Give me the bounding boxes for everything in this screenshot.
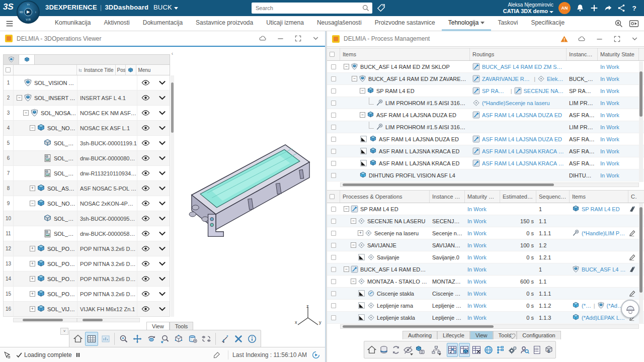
eye-swap-button[interactable]	[200, 332, 213, 346]
collapse-node-icon[interactable]: −	[30, 125, 35, 131]
table-row[interactable]: ASF RAM L LAJSNA KRACA EDASF RAM L4 LAJS…	[327, 157, 644, 169]
select-all-checkbox[interactable]	[330, 52, 335, 57]
table-row[interactable]: 4−SOL_NOSAC EKNOSAC EK ASF L.1	[4, 121, 170, 136]
grid-cube-button[interactable]	[459, 343, 470, 357]
routing-link[interactable]: SECENJE NA LAS...	[524, 88, 564, 94]
visibility-eye-icon[interactable]	[141, 139, 150, 147]
table-row[interactable]: 9−SOL_NOSAC 2x..NOSAC 2xKON-4POL.1	[4, 196, 170, 211]
table-row[interactable]: 11SOL_NOSACdrw-BUCK-00000583.1	[4, 226, 170, 241]
instance-title-cell[interactable]: POP NITNA 3.2x6 DIN ...	[77, 272, 137, 286]
row-menu-chevron-icon[interactable]	[158, 139, 167, 147]
nav-tab-dokumentacija[interactable]: Dokumentacija	[136, 16, 189, 31]
footer-tab-lifecycle[interactable]: Lifecycle	[437, 331, 470, 339]
row-checkbox[interactable]	[331, 243, 336, 248]
expand-node-icon[interactable]: +	[30, 186, 35, 191]
maturity-state-cell[interactable]: In Work	[598, 73, 639, 84]
routing-link[interactable]: BUCK_ASF L4 RAM ED ZM SKLOP-Proc...	[482, 64, 564, 70]
col-sequence-nu-[interactable]: Sequence Nu...	[536, 191, 570, 203]
nav-tab-taskovi[interactable]: Taskovi	[491, 16, 524, 31]
process-cell[interactable]: −SP RAM L4 ED	[340, 203, 430, 215]
item-name-cell[interactable]: +SOL_POP NITNA	[14, 272, 77, 286]
nav-tab-uticaji-izmena[interactable]: Uticaji izmena	[260, 16, 310, 31]
table-row[interactable]: 13+SOL_POP NITNAPOP NITNA 3.2x6 DIN ...	[4, 256, 170, 272]
table-row[interactable]: LIM PROHROM #1.5 AISI 316Ti 2B(*Handle)S…	[327, 97, 644, 109]
table-row[interactable]: −ASF RAM L4 LAJSNA DUZA EDASF RAM L4 LAJ…	[327, 109, 644, 121]
maturity-state-cell[interactable]: In Work	[465, 215, 500, 227]
info-button[interactable]	[246, 332, 259, 346]
process-vscrollbar[interactable]	[639, 203, 643, 324]
maturity-state-cell[interactable]: In Work	[465, 276, 500, 287]
collapse-node-icon[interactable]: −	[351, 279, 356, 284]
instance-title-cell[interactable]: POP NITNA 3.2x6 DIN ...	[77, 287, 137, 301]
col-Instance Title[interactable]: Instance Title	[567, 48, 598, 60]
col-capa[interactable]: Capa	[628, 191, 639, 203]
nav-tab-specifikacije[interactable]: Specifikacije	[524, 16, 571, 31]
media-icon[interactable]	[629, 19, 639, 29]
collapse-node-icon[interactable]: −	[30, 201, 35, 206]
row-menu-chevron-icon[interactable]	[158, 259, 167, 268]
table-row[interactable]: −BUCK_ASF L4 RAM ED ZM ZAVAREN SKLOPZAVA…	[327, 73, 644, 85]
visibility-eye-icon[interactable]	[141, 94, 150, 102]
table-row[interactable]: −BUCK_ASF L4 RAM ED ZM SKLOPBUCK_ASF L4 …	[327, 61, 644, 73]
row-checkbox[interactable]	[331, 315, 336, 320]
col-Maturity State[interactable]: Maturity State	[598, 48, 639, 60]
visibility-eye-icon[interactable]	[141, 229, 150, 238]
routing-link[interactable]: ASF RAM L4 LAJSNA KRACA ED	[482, 148, 564, 154]
item-name-cell[interactable]: +SOL_VIJAK FH M	[14, 302, 77, 316]
eye-slash-button[interactable]	[403, 343, 414, 357]
collapse-node-icon[interactable]: −	[351, 242, 356, 248]
assistant-avatar[interactable]	[621, 300, 639, 318]
visibility-eye-icon[interactable]	[141, 154, 150, 162]
row-checkbox[interactable]	[331, 219, 336, 224]
col-estimated-time[interactable]: Estimated time	[500, 191, 536, 203]
pan-button[interactable]	[131, 332, 144, 346]
row-menu-chevron-icon[interactable]	[158, 109, 167, 117]
nav-tab-sastavnice-proizvoda[interactable]: Sastavnice proizvoda	[189, 16, 260, 31]
table-row[interactable]: Lepljenje staklaLepljenje stakl...In Wor…	[327, 312, 644, 324]
collapse-node-icon[interactable]: −	[360, 88, 365, 94]
item-name-cell[interactable]: SOL_NOSAC	[14, 211, 77, 226]
global-search[interactable]	[252, 3, 372, 14]
row-checkbox[interactable]	[331, 255, 336, 260]
instance-title-cell[interactable]: drw-R1132101109345-0...	[77, 166, 137, 180]
item-cell[interactable]: −SP RAM L4 ED	[340, 85, 470, 97]
table-row[interactable]: DIHTUNG PROFIL VISION ASF L4DIHTUNG PR..…	[327, 169, 644, 182]
home-button[interactable]	[71, 332, 84, 346]
sync-button[interactable]	[390, 343, 401, 357]
table-row[interactable]: 5SOL_NOSAC3sh-BUCK-00001199.1	[4, 136, 170, 151]
minimize-icon[interactable]	[595, 35, 604, 43]
row-menu-chevron-icon[interactable]	[158, 169, 167, 177]
process-cell[interactable]: −SECENJE NA LASERU	[340, 215, 430, 227]
globe-button[interactable]	[483, 343, 494, 357]
item-cell[interactable]: LIM PROHROM #1.5 AISI 316Ti 2B	[340, 121, 470, 133]
visibility-eye-icon[interactable]	[141, 169, 150, 177]
table-row[interactable]: 6SOL_NOSACdrw-BUCK-00000802.1	[4, 151, 170, 166]
collapse-node-icon[interactable]: −	[352, 76, 357, 81]
select-all-checkbox[interactable]	[6, 67, 11, 72]
maturity-state-cell[interactable]: In Work	[598, 169, 639, 181]
tree-hscrollbar-2[interactable]	[77, 318, 140, 322]
col-menu[interactable]: Menu	[136, 65, 170, 75]
cube-cam-button[interactable]	[415, 343, 426, 357]
instance-title-cell[interactable]: POP NITNA 3.2x6 DIN ...	[77, 241, 137, 256]
item-cell[interactable]: ASF RAM L4 LAJSNA DUZA ED	[340, 133, 470, 145]
collapse-node-icon[interactable]: −	[360, 112, 365, 118]
table-grid-button[interactable]	[85, 332, 98, 346]
row-checkbox[interactable]	[331, 113, 336, 118]
stylus-icon[interactable]	[213, 351, 221, 359]
maturity-state-cell[interactable]: In Work	[598, 61, 639, 72]
col-position[interactable]: Posit	[116, 65, 126, 75]
col-Items[interactable]: Items	[340, 48, 470, 60]
footer-tab-view[interactable]: View	[470, 331, 493, 339]
toolbar-expand-chevron[interactable]: ˅	[60, 328, 68, 335]
row-menu-chevron-icon[interactable]	[158, 275, 167, 283]
process-cell[interactable]: +Secenje na laseru	[340, 227, 430, 239]
row-menu-chevron-icon[interactable]	[158, 94, 167, 102]
col-instance-title[interactable]: Instance Title	[77, 65, 116, 75]
select-all-checkbox[interactable]	[330, 194, 335, 199]
row-checkbox[interactable]	[331, 161, 336, 166]
process-cell[interactable]: −SAVIJANJE	[340, 239, 430, 251]
nav-tab-tehnologija[interactable]: Tehnologija	[442, 16, 492, 31]
item-link[interactable]: (*Add)LEPAK LOCTITE...	[582, 315, 626, 321]
tree-hscrollbar-1[interactable]	[13, 318, 77, 322]
